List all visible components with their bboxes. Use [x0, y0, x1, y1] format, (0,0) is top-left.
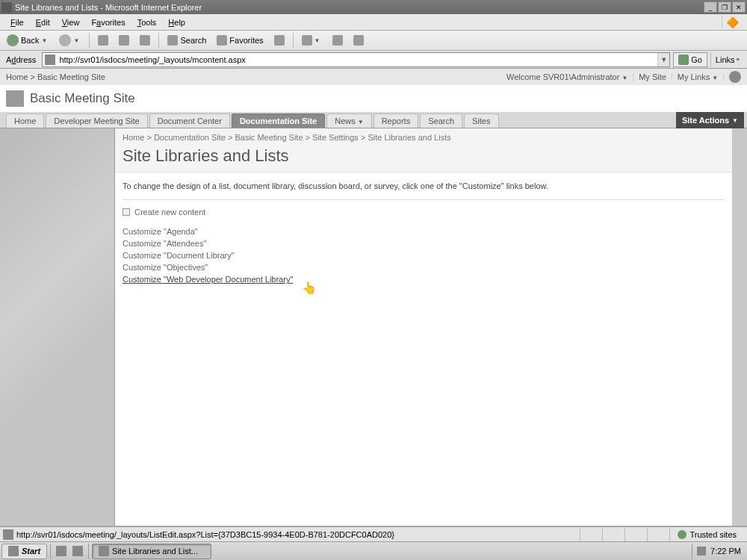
tab-news[interactable]: News▼: [326, 113, 371, 128]
minimize-button[interactable]: _: [704, 1, 717, 13]
quicklaunch-ie[interactable]: [70, 544, 85, 559]
crumb-documentation-site[interactable]: Documentation Site: [154, 133, 226, 142]
address-bar: Address ▼ Go Links»: [0, 51, 747, 69]
menu-help[interactable]: Help: [162, 16, 191, 28]
windows-taskbar: Start Site Libraries and List... 7:22 PM: [0, 541, 747, 560]
customize-web-developer-document-library-link[interactable]: Customize "Web Developer Document Librar…: [123, 273, 725, 285]
ie-logo-icon: 🔶: [722, 16, 743, 29]
menu-tools[interactable]: Tools: [131, 16, 163, 28]
taskbar-separator: [88, 544, 89, 559]
mysite-link[interactable]: My Site: [639, 72, 666, 81]
stop-icon: [98, 35, 108, 46]
sharepoint-page: Home > Basic Meeting Site Welcome SVR01\…: [0, 69, 747, 526]
help-icon[interactable]: [729, 71, 741, 83]
menu-favorites[interactable]: Favorites: [85, 16, 131, 28]
taskbar-separator: [50, 544, 51, 559]
search-button[interactable]: Search: [164, 32, 210, 49]
ie-icon: [72, 546, 83, 556]
status-pane: [647, 528, 669, 541]
mylinks-menu[interactable]: My Links ▼: [678, 72, 718, 81]
history-icon: [274, 35, 285, 46]
menu-edit[interactable]: Edit: [30, 16, 56, 28]
print-button[interactable]: [329, 32, 347, 49]
start-button[interactable]: Start: [1, 544, 47, 559]
forward-icon: [59, 34, 71, 46]
customize-agenda-link[interactable]: Customize "Agenda": [123, 225, 725, 237]
favorites-button[interactable]: Favorites: [213, 32, 267, 49]
system-tray: 7:22 PM: [692, 544, 746, 559]
home-button[interactable]: [136, 32, 154, 49]
taskbar-clock[interactable]: 7:22 PM: [710, 547, 741, 556]
go-button[interactable]: Go: [673, 52, 707, 67]
windows-icon: [8, 546, 19, 556]
sp-top-nav-tabs: Home Developer Meeting Site Document Cen…: [0, 112, 747, 128]
tab-developer-meeting-site[interactable]: Developer Meeting Site: [46, 113, 147, 128]
browser-toolbar: Back▼ ▼ Search Favorites ▼: [0, 31, 747, 51]
menu-view[interactable]: View: [56, 16, 86, 28]
menu-file[interactable]: File: [4, 16, 30, 28]
search-icon: [167, 35, 178, 46]
back-button[interactable]: Back▼: [3, 32, 52, 49]
tray-icon[interactable]: [697, 547, 706, 556]
address-input[interactable]: [58, 55, 657, 64]
close-button[interactable]: ✕: [732, 1, 746, 13]
task-label: Site Libraries and List...: [112, 547, 198, 556]
restore-button[interactable]: ❐: [718, 1, 731, 13]
links-button[interactable]: Links»: [710, 52, 744, 67]
customize-document-library-link[interactable]: Customize "Document Library": [123, 249, 725, 261]
refresh-button[interactable]: [115, 32, 133, 49]
tab-home[interactable]: Home: [6, 113, 44, 128]
welcome-menu[interactable]: Welcome SVR01\Administrator ▼: [506, 72, 627, 81]
tab-search[interactable]: Search: [420, 113, 462, 128]
print-icon: [332, 35, 343, 46]
quicklaunch-desktop[interactable]: [54, 544, 69, 559]
create-new-content-link[interactable]: Create new content: [115, 203, 732, 221]
toolbar-separator: [158, 33, 159, 48]
page-breadcrumb: Home > Documentation Site > Basic Meetin…: [115, 128, 732, 145]
refresh-icon: [119, 35, 129, 46]
address-dropdown[interactable]: ▼: [657, 53, 669, 66]
stop-button[interactable]: [94, 32, 112, 49]
back-icon: [7, 34, 19, 46]
tab-document-center[interactable]: Document Center: [149, 113, 230, 128]
edit-button[interactable]: [350, 32, 368, 49]
sp-left-nav: [0, 128, 115, 526]
go-icon: [678, 55, 689, 65]
toolbar-separator: [89, 33, 90, 48]
forward-button[interactable]: ▼: [55, 32, 84, 49]
crumb-home[interactable]: Home: [123, 133, 144, 142]
chevron-down-icon: ▼: [73, 37, 81, 44]
customize-objectives-link[interactable]: Customize "Objectives": [123, 261, 725, 273]
browser-status-bar: http://svr01/isdocs/meeting/_layouts/Lis…: [0, 526, 747, 541]
sp-title-area: Basic Meeting Site: [0, 85, 747, 112]
crumb-current: Site Libraries and Lists: [368, 133, 450, 142]
address-input-wrap[interactable]: ▼: [42, 52, 670, 67]
sp-content: Home > Documentation Site > Basic Meetin…: [0, 128, 747, 526]
taskbar-task-ie[interactable]: Site Libraries and List...: [92, 544, 211, 559]
tab-documentation-site[interactable]: Documentation Site: [232, 113, 325, 128]
mail-button[interactable]: ▼: [298, 32, 326, 49]
sp-global-nav: Home > Basic Meeting Site Welcome SVR01\…: [0, 69, 747, 85]
divider: [123, 199, 725, 200]
mail-icon: [302, 35, 312, 46]
sp-top-home-link[interactable]: Home: [6, 72, 28, 81]
site-actions-menu[interactable]: Site Actions▼: [676, 112, 744, 128]
home-icon: [140, 35, 150, 46]
crumb-site-settings[interactable]: Site Settings: [312, 133, 359, 142]
sp-top-right: Welcome SVR01\Administrator ▼ | My Site …: [506, 71, 741, 83]
page-favicon: [45, 55, 55, 65]
status-text: http://svr01/isdocs/meeting/_layouts/Lis…: [16, 530, 580, 539]
window-title: Site Libraries and Lists - Microsoft Int…: [15, 3, 704, 12]
links-label: Links: [716, 55, 735, 64]
sp-top-site: Basic Meeting Site: [37, 72, 105, 81]
star-icon: [217, 35, 227, 46]
crumb-basic-meeting-site[interactable]: Basic Meeting Site: [235, 133, 303, 142]
back-label: Back: [21, 36, 39, 45]
tab-sites[interactable]: Sites: [464, 113, 498, 128]
tab-reports[interactable]: Reports: [374, 113, 419, 128]
go-label: Go: [691, 55, 702, 64]
history-button[interactable]: [270, 32, 288, 49]
create-icon: [123, 208, 130, 216]
customize-attendees-link[interactable]: Customize "Attendees": [123, 237, 725, 249]
site-logo-icon: [6, 90, 24, 107]
